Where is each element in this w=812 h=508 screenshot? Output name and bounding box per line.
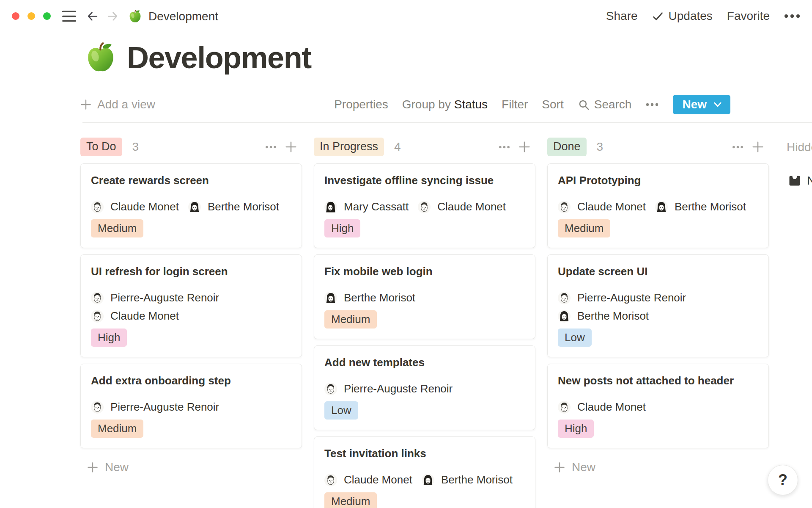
column-more-icon[interactable] xyxy=(732,146,743,149)
toolbar-more-icon[interactable] xyxy=(645,103,659,106)
add-card-button[interactable]: New xyxy=(547,461,769,474)
back-arrow-icon[interactable] xyxy=(86,10,99,22)
share-button[interactable]: Share xyxy=(606,9,638,23)
board-top-divider xyxy=(82,122,812,123)
priority-badge: Medium xyxy=(324,310,377,329)
minimize-button[interactable] xyxy=(27,12,35,20)
priority-badge: Low xyxy=(324,401,358,420)
sidebar-menu-icon[interactable] xyxy=(62,11,76,22)
assignee-name: Berthe Morisot xyxy=(208,200,279,213)
assignee: Claude Monet xyxy=(418,200,506,213)
assignee-name: Claude Monet xyxy=(110,200,179,213)
column-status-badge[interactable]: To Do xyxy=(80,138,122,156)
avatar-berthe-morisot xyxy=(655,201,668,213)
new-button[interactable]: New xyxy=(673,95,730,114)
avatar-claude-monet xyxy=(324,474,337,486)
maximize-button[interactable] xyxy=(43,12,51,20)
assignee-list: Berthe Morisot xyxy=(324,291,525,304)
more-options-icon[interactable] xyxy=(784,14,800,18)
card[interactable]: Investigate offline syncing issue Mary C… xyxy=(314,163,535,248)
board-column-todo: To Do 3 Create rewards screen Claude Mon… xyxy=(80,138,302,474)
group-by-button[interactable]: Group by Status xyxy=(402,98,488,111)
avatar-berthe-morisot xyxy=(422,474,434,486)
priority-badge: Medium xyxy=(91,219,143,237)
card[interactable]: API Prototyping Claude Monet Berthe Mori… xyxy=(547,163,769,248)
assignee-list: Pierre-Auguste Renoir xyxy=(558,291,758,304)
avatar-berthe-morisot xyxy=(324,292,337,304)
updates-button[interactable]: Updates xyxy=(652,9,713,23)
card[interactable]: Add extra onboarding step Pierre-Auguste… xyxy=(80,364,302,448)
priority-badge: High xyxy=(558,420,594,438)
card-title: Fix mobile web login xyxy=(324,265,525,278)
priority-badge: High xyxy=(91,329,127,347)
favorite-button[interactable]: Favorite xyxy=(727,9,770,23)
filter-button[interactable]: Filter xyxy=(502,98,528,111)
add-view-label: Add a view xyxy=(97,98,155,111)
avatar-pierre-auguste-renoir xyxy=(91,292,104,304)
column-more-icon[interactable] xyxy=(499,146,510,149)
check-icon xyxy=(652,11,664,22)
column-count: 3 xyxy=(597,140,604,154)
column-add-icon[interactable] xyxy=(285,141,297,153)
properties-button[interactable]: Properties xyxy=(334,98,388,111)
avatar-claude-monet xyxy=(558,201,571,213)
forward-arrow-icon[interactable] xyxy=(107,10,119,22)
close-button[interactable] xyxy=(12,12,19,20)
card[interactable]: UI refresh for login screen Pierre-Augus… xyxy=(80,254,302,357)
column-status-badge[interactable]: Done xyxy=(547,138,587,156)
help-label: ? xyxy=(778,471,787,489)
column-add-icon[interactable] xyxy=(518,141,530,153)
card[interactable]: Fix mobile web login Berthe Morisot Medi… xyxy=(314,254,535,339)
avatar-mary-cassatt xyxy=(324,201,337,213)
add-card-label: New xyxy=(105,461,129,474)
board-column-done: Done 3 API Prototyping Claude Monet Bert… xyxy=(547,138,769,474)
inbox-icon xyxy=(788,174,801,187)
window-controls xyxy=(12,12,51,20)
assignee-name: Claude Monet xyxy=(344,473,412,486)
avatar-pierre-auguste-renoir xyxy=(558,292,571,304)
assignee-list: Claude Monet xyxy=(91,309,291,323)
plus-icon xyxy=(80,99,91,110)
hidden-column-name: N xyxy=(807,174,812,188)
window-topbar: Development Share Updates Favorite xyxy=(0,0,812,32)
avatar-claude-monet xyxy=(418,201,431,213)
assignee-name: Claude Monet xyxy=(437,200,506,213)
assignee: Pierre-Auguste Renoir xyxy=(91,291,219,304)
column-status-badge[interactable]: In Progress xyxy=(314,138,384,156)
card[interactable]: Add new templates Pierre-Auguste Renoir … xyxy=(314,345,535,430)
add-card-button[interactable]: New xyxy=(80,461,302,474)
assignee-list: Berthe Morisot xyxy=(558,309,758,323)
add-view-button[interactable]: Add a view xyxy=(80,98,155,111)
assignee-name: Berthe Morisot xyxy=(441,473,513,486)
hidden-columns-label[interactable]: Hidden xyxy=(781,138,812,154)
column-add-icon[interactable] xyxy=(752,141,764,153)
assignee: Mary Cassatt xyxy=(324,200,409,213)
card[interactable]: Test invitation links Claude Monet Berth… xyxy=(314,436,535,508)
assignee: Berthe Morisot xyxy=(655,200,746,213)
page-apple-icon[interactable] xyxy=(85,41,117,74)
help-button[interactable]: ? xyxy=(768,465,798,495)
avatar-pierre-auguste-renoir xyxy=(91,401,104,414)
assignee-name: Berthe Morisot xyxy=(577,309,649,323)
avatar-berthe-morisot xyxy=(188,201,201,213)
assignee: Berthe Morisot xyxy=(422,473,513,486)
card-title: Update screen UI xyxy=(558,265,758,278)
card[interactable]: Create rewards screen Claude Monet Berth… xyxy=(80,163,302,248)
breadcrumb-doc-title[interactable]: Development xyxy=(148,10,218,23)
priority-badge: Medium xyxy=(91,420,143,438)
column-more-icon[interactable] xyxy=(265,146,277,149)
plus-icon xyxy=(554,462,565,473)
avatar-berthe-morisot xyxy=(558,310,571,323)
assignee: Claude Monet xyxy=(558,400,646,414)
hidden-columns-section: Hidden N xyxy=(781,138,812,188)
group-by-label: Group by xyxy=(402,98,451,111)
assignee: Berthe Morisot xyxy=(324,291,415,304)
add-card-label: New xyxy=(572,461,595,474)
assignee-name: Pierre-Auguste Renoir xyxy=(577,291,686,304)
card[interactable]: New posts not attached to header Claude … xyxy=(547,364,769,448)
sort-button[interactable]: Sort xyxy=(542,98,563,111)
card[interactable]: Update screen UI Pierre-Auguste Renoir B… xyxy=(547,254,769,357)
hidden-column-item[interactable]: N xyxy=(781,174,812,188)
page-title[interactable]: Development xyxy=(127,42,311,73)
search-button[interactable]: Search xyxy=(578,98,632,111)
